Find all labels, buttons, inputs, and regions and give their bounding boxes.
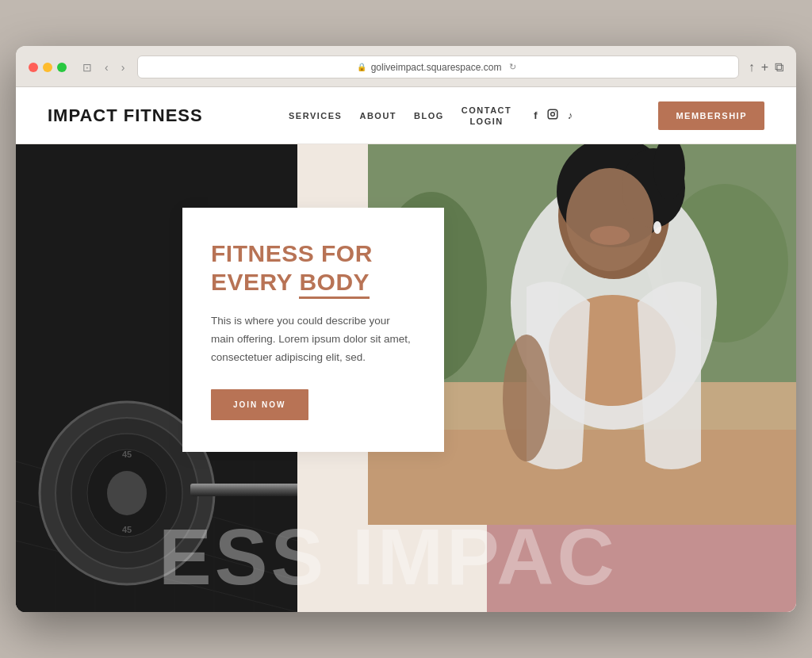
duplicate-btn[interactable]: ⧉ (775, 60, 783, 75)
nav-center: SERVICES ABOUT BLOG CONTACT LOGIN f (289, 105, 573, 126)
close-button[interactable] (29, 63, 38, 72)
nav-contact[interactable]: CONTACT (462, 105, 511, 115)
headline-line2: EVERY (211, 269, 299, 295)
traffic-lights (29, 63, 67, 72)
address-bar[interactable]: 🔒 goliveimpact.squarespace.com ↻ (137, 55, 738, 78)
nav-login[interactable]: LOGIN (469, 117, 503, 126)
hero-bg-text: ESS IMPAC (159, 517, 618, 596)
refresh-btn[interactable]: ↻ (506, 60, 519, 74)
svg-point-17 (107, 471, 147, 515)
nav-contact-login: CONTACT LOGIN (462, 105, 511, 126)
svg-text:45: 45 (122, 525, 132, 534)
share-btn[interactable]: ↑ (749, 60, 755, 75)
window-layout-btn[interactable]: ⊡ (79, 59, 95, 75)
website: IMPACT FITNESS SERVICES ABOUT BLOG CONTA… (16, 87, 796, 612)
svg-text:45: 45 (122, 450, 132, 459)
membership-button[interactable]: MEMBERSHIP (658, 101, 764, 130)
svg-point-2 (554, 111, 555, 112)
headline-body: BODY (299, 269, 370, 299)
minimize-button[interactable] (43, 63, 52, 72)
nav-services[interactable]: SERVICES (289, 111, 342, 121)
join-now-button[interactable]: JOIN NOW (211, 389, 308, 420)
nav-blog[interactable]: BLOG (414, 111, 444, 121)
lock-icon: 🔒 (357, 63, 366, 71)
browser-titlebar: ⊡ ‹ › 🔒 goliveimpact.squarespace.com ↻ ↑… (16, 46, 796, 87)
browser-window: ⊡ ‹ › 🔒 goliveimpact.squarespace.com ↻ ↑… (16, 46, 796, 612)
svg-rect-0 (548, 109, 557, 119)
new-tab-btn[interactable]: + (761, 60, 768, 75)
main-nav: SERVICES ABOUT BLOG CONTACT LOGIN (289, 105, 511, 126)
hero-headline: FITNESS FOR EVERY BODY (211, 239, 416, 296)
svg-point-36 (653, 221, 661, 234)
headline-line1: FITNESS FOR (211, 240, 373, 266)
url-text: goliveimpact.squarespace.com (371, 62, 502, 73)
forward-btn[interactable]: › (118, 59, 128, 75)
svg-point-33 (566, 168, 653, 271)
svg-point-37 (503, 335, 550, 461)
facebook-icon[interactable]: f (534, 109, 537, 121)
hero-section: 45 45 FITNESS FOR EVERY BODY This is whe… (16, 144, 796, 612)
svg-point-34 (590, 226, 630, 245)
hero-description: This is where you could describe your ma… (211, 312, 416, 367)
browser-controls: ⊡ ‹ › (79, 59, 128, 75)
browser-action-buttons: ↑ + ⧉ (749, 60, 783, 75)
site-header: IMPACT FITNESS SERVICES ABOUT BLOG CONTA… (16, 87, 796, 144)
instagram-icon[interactable] (547, 109, 558, 122)
social-icons: f ♪ (534, 109, 573, 122)
nav-about[interactable]: ABOUT (359, 111, 396, 121)
tiktok-icon[interactable]: ♪ (568, 109, 573, 121)
svg-point-1 (550, 113, 554, 117)
fullscreen-button[interactable] (57, 63, 67, 72)
svg-rect-18 (190, 484, 297, 496)
site-logo[interactable]: IMPACT FITNESS (48, 105, 203, 126)
hero-card: FITNESS FOR EVERY BODY This is where you… (182, 208, 444, 452)
back-btn[interactable]: ‹ (102, 59, 112, 75)
